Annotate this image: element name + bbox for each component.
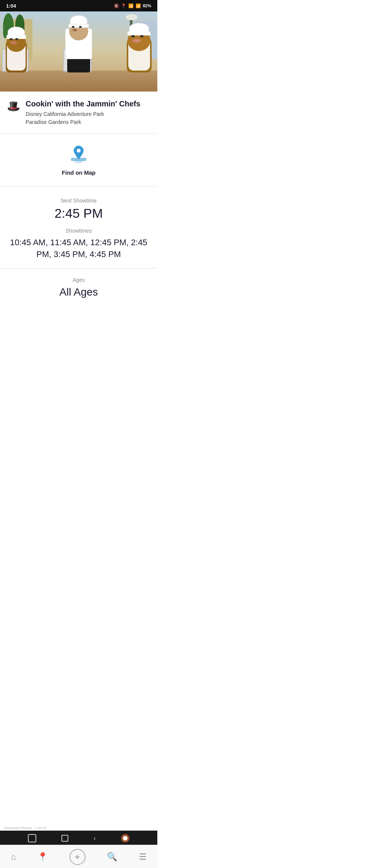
svg-point-2 — [77, 149, 81, 153]
status-icons: 🔇 📍 📶 📶 82% — [114, 3, 151, 8]
signal-icon: 📶 — [136, 3, 141, 8]
find-on-map-label: Find on Map — [62, 169, 95, 176]
status-time: 1:04 — [6, 3, 16, 9]
ages-section: Ages All Ages — [0, 268, 157, 302]
ages-value: All Ages — [8, 286, 150, 298]
event-icon: 🎩 — [7, 100, 20, 113]
wifi-icon: 📶 — [128, 3, 134, 8]
status-bar: 1:04 🔇 📍 📶 📶 82% — [0, 0, 157, 11]
hero-image — [0, 11, 157, 92]
all-showtimes-list: 10:45 AM, 11:45 AM, 12:45 PM, 2:45 PM, 3… — [8, 237, 150, 260]
map-pin-icon — [69, 144, 89, 166]
mute-icon: 🔇 — [114, 3, 119, 8]
next-showtime-label: Next Showtime — [8, 198, 150, 204]
showtime-section: Next Showtime 2:45 PM Showtimes 10:45 AM… — [0, 187, 157, 268]
location-icon: 📍 — [121, 3, 126, 8]
all-showtimes-label: Showtimes — [8, 228, 150, 234]
next-showtime-time: 2:45 PM — [8, 206, 150, 221]
battery-icon: 82% — [143, 3, 151, 8]
ages-label: Ages — [8, 277, 150, 283]
event-title: Cookin' with the Jammin' Chefs — [26, 99, 141, 108]
event-location: Disney California Adventure Park Paradis… — [26, 110, 141, 126]
event-title-block: Cookin' with the Jammin' Chefs Disney Ca… — [26, 99, 141, 126]
event-header: 🎩 Cookin' with the Jammin' Chefs Disney … — [0, 92, 157, 133]
find-on-map-section[interactable]: Find on Map — [0, 133, 157, 186]
